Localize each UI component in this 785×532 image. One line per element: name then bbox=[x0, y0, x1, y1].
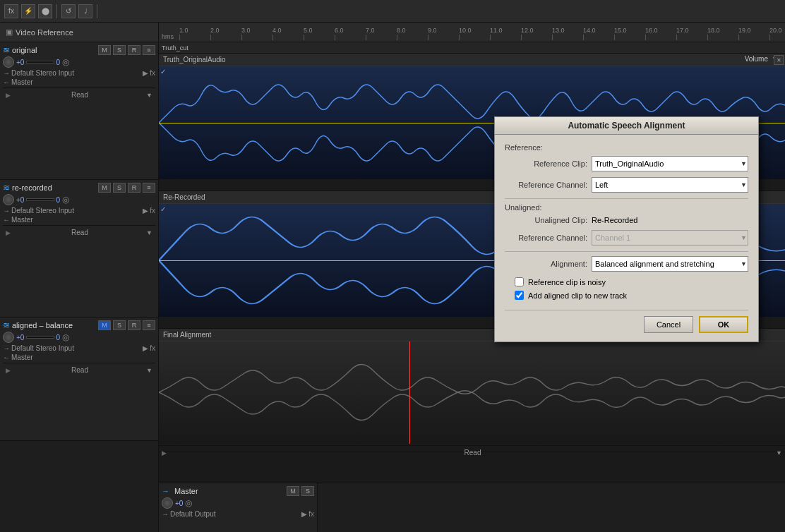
dialog-unaligned-channel-row: Reference Channel: Channel 1Channel 2 ▼ bbox=[505, 230, 748, 246]
ruler-line-7 bbox=[366, 35, 366, 40]
track-original-volume-knob[interactable] bbox=[3, 56, 14, 68]
auto-icon[interactable]: ⚡ bbox=[21, 4, 35, 18]
track-aligned-output-arrow[interactable]: ← bbox=[3, 353, 10, 361]
track-aligned-volume-knob[interactable] bbox=[3, 332, 14, 343]
loop-icon[interactable]: ↺ bbox=[61, 4, 76, 18]
track-original-s-btn[interactable]: S bbox=[113, 45, 126, 55]
track-original-pan-bar[interactable] bbox=[26, 61, 54, 64]
ruler-tick-13: 13.0 bbox=[552, 27, 583, 40]
ruler-label-9: 9.0 bbox=[428, 27, 437, 34]
master-output-icon: ◎ bbox=[185, 498, 192, 508]
dialog-reference-channel-select[interactable]: LeftRightMono bbox=[592, 177, 748, 193]
dialog-divider-1 bbox=[505, 198, 748, 199]
track-original-r-btn[interactable]: R bbox=[128, 45, 140, 55]
dialog-alignment-label: Alignment: bbox=[510, 260, 592, 268]
track-original-input-arrow[interactable]: → bbox=[3, 69, 10, 77]
track-rerecorded-expand-btn[interactable]: ▶ bbox=[6, 229, 11, 236]
master-volume-knob[interactable] bbox=[162, 497, 173, 509]
track-rerecorded-s-btn[interactable]: S bbox=[113, 183, 126, 193]
track-rerecorded-input-expand[interactable]: ▶ bbox=[143, 207, 148, 214]
ruler-line-16 bbox=[645, 35, 646, 40]
track-aligned-controls: +0 0 ◎ bbox=[3, 332, 155, 343]
ruler-line-6 bbox=[335, 35, 335, 40]
ruler-tick-20: 20.0 bbox=[769, 27, 785, 40]
track-rerecorded-mode-arrow[interactable]: ▼ bbox=[146, 229, 152, 236]
ruler-tick-12: 12.0 bbox=[521, 27, 552, 40]
track-original-input-expand[interactable]: ▶ bbox=[143, 69, 148, 77]
track-rerecorded-volume-knob[interactable] bbox=[3, 194, 14, 205]
lane-rerecorded-clip-name: Re-Recorded bbox=[163, 193, 205, 201]
fx-icon[interactable]: fx bbox=[4, 4, 18, 18]
track-rerecorded-input-arrow[interactable]: → bbox=[3, 207, 10, 214]
track-aligned-expand-btn[interactable]: ▶ bbox=[6, 367, 11, 374]
lane-aligned-mode-arrow[interactable]: ▼ bbox=[776, 449, 782, 457]
track-original-m-btn[interactable]: M bbox=[98, 45, 111, 55]
track-rerecorded-r-btn[interactable]: R bbox=[128, 183, 140, 193]
ruler-line-8 bbox=[397, 35, 397, 40]
ruler-line-4 bbox=[272, 35, 273, 40]
track-original-output-arrow[interactable]: ← bbox=[3, 78, 10, 86]
track-aligned-pan-bar[interactable] bbox=[26, 336, 54, 339]
dialog-unaligned-channel-select[interactable]: Channel 1Channel 2 bbox=[592, 230, 748, 246]
track-original-output-icon: ◎ bbox=[62, 57, 69, 67]
ok-button[interactable]: OK bbox=[699, 316, 748, 333]
dialog-unaligned-channel-wrap: Channel 1Channel 2 ▼ bbox=[592, 230, 748, 246]
track-rerecorded-pan-bar[interactable] bbox=[26, 198, 54, 201]
master-s-btn[interactable]: S bbox=[301, 486, 314, 496]
track-aligned-input-arrow[interactable]: → bbox=[3, 344, 10, 352]
track-original-pan-area: 0 bbox=[26, 59, 60, 66]
dialog-unaligned-clip-value: Re-Recorded bbox=[592, 216, 748, 224]
track-rerecorded-m-btn[interactable]: M bbox=[98, 183, 111, 193]
track-rerecorded: ≋ re-recorded M S R ≡ +0 0 ◎ → Default S… bbox=[0, 180, 158, 318]
ruler-tick-18: 18.0 bbox=[707, 27, 738, 40]
track-aligned-input-expand[interactable]: ▶ bbox=[143, 344, 148, 352]
ruler-line-12 bbox=[521, 35, 522, 40]
ruler-label-4: 4.0 bbox=[272, 27, 282, 34]
ruler-label-11: 11.0 bbox=[490, 27, 503, 34]
lane-original-close-btn[interactable]: ✕ bbox=[774, 55, 784, 65]
dialog-unaligned-section: Unaligned: bbox=[505, 203, 748, 212]
track-rerecorded-output-arrow[interactable]: ← bbox=[3, 216, 10, 224]
master-output-expand[interactable]: ▶ bbox=[301, 510, 307, 518]
master-fx-btn[interactable]: fx bbox=[308, 510, 314, 518]
track-aligned-s-btn[interactable]: S bbox=[113, 320, 126, 330]
track-rerecorded-controls: +0 0 ◎ bbox=[3, 194, 155, 205]
track-original-fx-btn[interactable]: fx bbox=[150, 69, 155, 77]
dialog-checkbox-noisy[interactable] bbox=[515, 277, 524, 286]
master-m-btn[interactable]: M bbox=[287, 486, 299, 496]
dialog-alignment-select[interactable]: Balanced alignment and stretchingAlignme… bbox=[592, 256, 748, 272]
ruler-label-1: 1.0 bbox=[179, 27, 188, 34]
track-aligned-fx-btn[interactable]: fx bbox=[150, 344, 155, 352]
ruler-tick-8: 8.0 bbox=[397, 27, 428, 40]
lane-aligned-clip[interactable] bbox=[159, 341, 785, 444]
dialog-reference-clip-select[interactable]: Truth_OriginalAudio bbox=[592, 156, 748, 171]
ruler-label-20: 20.0 bbox=[769, 27, 782, 34]
master-track-header: → Master M S bbox=[162, 486, 314, 496]
automatic-speech-alignment-dialog: Automatic Speech Alignment Reference: Re… bbox=[494, 116, 759, 342]
dialog-checkbox-add[interactable] bbox=[515, 291, 524, 300]
master-output-label: Default Output bbox=[170, 510, 300, 518]
track-rerecorded-fx-btn[interactable]: fx bbox=[150, 207, 155, 214]
track-aligned-r-btn[interactable]: R bbox=[128, 320, 140, 330]
metro-icon[interactable]: ♩ bbox=[78, 4, 92, 18]
track-original-expand-btn[interactable]: ▶ bbox=[6, 92, 11, 99]
track-rerecorded-pan-area: 0 bbox=[26, 196, 60, 204]
ruler-label-15: 15.0 bbox=[614, 27, 627, 34]
track-aligned-menu-btn[interactable]: ≡ bbox=[143, 320, 155, 330]
master-output-arrow[interactable]: → bbox=[162, 510, 169, 518]
lane-rerecorded-check: ✓ bbox=[160, 205, 166, 213]
track-original-menu-btn[interactable]: ≡ bbox=[143, 45, 155, 55]
lane-aligned-expand-btn[interactable]: ▶ bbox=[162, 449, 167, 457]
track-aligned-output-label: Master bbox=[11, 353, 33, 361]
track-original-mode-arrow[interactable]: ▼ bbox=[146, 92, 152, 99]
track-rerecorded-menu-btn[interactable]: ≡ bbox=[143, 183, 155, 193]
track-aligned-m-btn[interactable]: M bbox=[98, 320, 111, 330]
record-icon[interactable]: ⬤ bbox=[38, 4, 52, 18]
track-aligned-input-row: → Default Stereo Input ▶ fx bbox=[3, 344, 155, 352]
track-aligned-mode-arrow[interactable]: ▼ bbox=[146, 367, 152, 374]
dialog-checkbox-add-row: Add aligned clip to new track bbox=[505, 291, 748, 300]
master-track-left: → Master M S +0 ◎ → Default Output ▶ fx bbox=[159, 483, 318, 532]
cancel-button[interactable]: Cancel bbox=[644, 316, 693, 333]
track-original-name: original bbox=[12, 46, 96, 54]
toolbar-sep-1 bbox=[56, 4, 57, 18]
